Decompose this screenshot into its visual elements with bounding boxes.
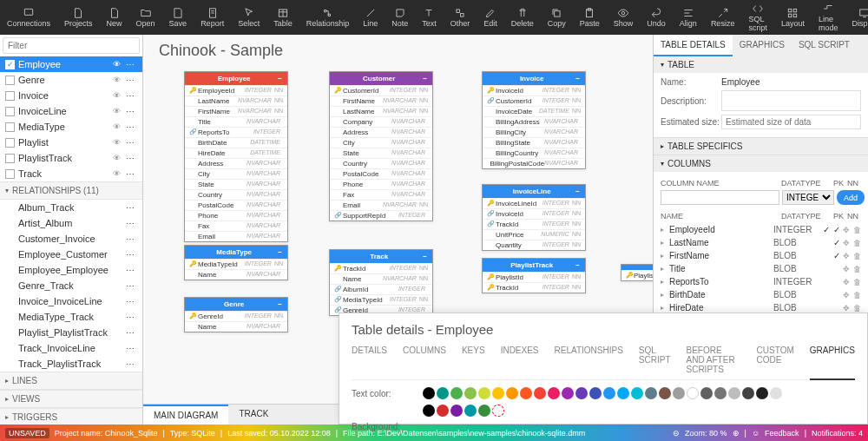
rtab-sql-script[interactable]: SQL SCRIPT (792, 35, 857, 56)
table-item-employee[interactable]: ✓Employee👁⋯ (0, 56, 142, 72)
detail-tab-custom-code[interactable]: CUSTOM CODE (757, 346, 794, 374)
minimize-icon[interactable]: − (575, 75, 580, 82)
rel-item[interactable]: Employee_Employee⋯ (0, 262, 142, 278)
table-item-playlisttrack[interactable]: PlaylistTrack👁⋯ (0, 150, 142, 166)
eye-icon[interactable]: 👁 (113, 169, 121, 178)
more-icon[interactable]: ⋯ (123, 154, 137, 163)
detail-tab-keys[interactable]: KEYS (462, 346, 485, 374)
eye-icon[interactable]: 👁 (113, 122, 121, 131)
erd-table-invoiceline[interactable]: InvoiceLine−🔑InvoiceLineIdINTEGERNN🔗Invo… (482, 184, 586, 251)
eye-icon[interactable]: 👁 (113, 154, 121, 162)
color-swatch[interactable] (575, 387, 588, 399)
detail-tab-sql-script[interactable]: SQL SCRIPT (639, 346, 671, 374)
color-swatch[interactable] (437, 387, 449, 399)
more-icon[interactable]: ⋯ (123, 76, 137, 85)
minimize-icon[interactable]: − (575, 261, 580, 269)
more-icon[interactable]: ⋯ (123, 250, 137, 260)
more-icon[interactable]: ⋯ (123, 297, 137, 306)
color-swatch[interactable] (589, 387, 602, 399)
section-lines[interactable]: ▸LINES (0, 372, 142, 390)
erd-table-genre[interactable]: Genre−🔑GenreIdINTEGERNNNameNVARCHAR (184, 297, 288, 332)
rel-item[interactable]: Track_PlaylistTrack⋯ (0, 356, 142, 372)
eye-icon[interactable]: 👁 (113, 76, 121, 84)
delete-icon[interactable]: 🗑 (852, 304, 861, 313)
rel-item[interactable]: Invoice_InvoiceLine⋯ (0, 293, 142, 309)
minimize-icon[interactable]: − (278, 248, 282, 256)
checkbox-icon[interactable] (5, 76, 15, 85)
table-button[interactable]: Table (266, 0, 299, 35)
color-swatch[interactable] (548, 387, 560, 399)
rel-item[interactable]: Customer_Invoice⋯ (0, 231, 142, 247)
move-icon[interactable]: ✥ (842, 278, 851, 286)
line-button[interactable]: Line (356, 0, 385, 35)
tab-track[interactable]: TRACK (228, 405, 279, 425)
rel-item[interactable]: MediaType_Track⋯ (0, 309, 142, 325)
eye-icon[interactable]: 👁 (113, 60, 121, 69)
save-button[interactable]: Save (162, 0, 194, 35)
color-swatch[interactable] (659, 387, 671, 399)
rel-item[interactable]: Genre_Track⋯ (0, 278, 142, 293)
delete-button[interactable]: Delete (504, 0, 541, 35)
minimize-icon[interactable]: − (575, 188, 580, 195)
more-icon[interactable]: ⋯ (123, 344, 137, 353)
section-table[interactable]: ▾TABLE (654, 56, 868, 73)
more-icon[interactable]: ⋯ (123, 60, 137, 69)
edit-button[interactable]: Edit (477, 0, 504, 35)
color-swatch[interactable] (714, 387, 727, 399)
color-swatch[interactable] (534, 387, 546, 399)
color-swatch[interactable] (464, 405, 477, 417)
open-button[interactable]: Open (129, 0, 162, 35)
minimize-icon[interactable]: − (278, 300, 282, 308)
more-icon[interactable]: ⋯ (123, 359, 137, 369)
text-button[interactable]: Text (415, 0, 444, 35)
erd-table-playlist[interactable]: 🔑Playlis (621, 264, 653, 281)
new-col-name[interactable] (661, 190, 779, 205)
rel-item[interactable]: Employee_Customer⋯ (0, 247, 142, 262)
minimize-icon[interactable]: − (423, 75, 427, 82)
column-row[interactable]: ▸BirthDateBLOB✥🗑 (661, 288, 861, 301)
color-swatch[interactable] (742, 387, 754, 399)
erd-table-track[interactable]: Track−🔑TrackIdINTEGERNNNameNVARCHARNN🔗Al… (329, 249, 433, 316)
note-button[interactable]: Note (385, 0, 415, 35)
color-swatch[interactable] (770, 387, 782, 399)
new-button[interactable]: New (100, 0, 129, 35)
undo-button[interactable]: Undo (640, 0, 673, 35)
more-icon[interactable]: ⋯ (123, 169, 137, 179)
linemode-button[interactable]: Line mode (812, 0, 845, 35)
table-item-playlist[interactable]: Playlist👁⋯ (0, 135, 142, 150)
minimize-icon[interactable]: − (423, 253, 427, 260)
new-col-type[interactable]: INTEGER (782, 190, 834, 205)
detail-tab-before-and-after-scripts[interactable]: BEFORE AND AFTER SCRIPTS (687, 346, 741, 374)
copy-button[interactable]: Copy (541, 0, 573, 35)
more-icon[interactable]: ⋯ (123, 138, 137, 148)
move-icon[interactable]: ✥ (842, 265, 851, 273)
color-swatch[interactable] (756, 387, 768, 399)
table-item-track[interactable]: Track👁⋯ (0, 166, 142, 181)
erd-table-playlisttrack[interactable]: PlaylistTrack−🔑PlaylistIdINTEGERNN🔑Track… (482, 258, 586, 293)
column-row[interactable]: ▸ReportsToINTEGER✥🗑 (661, 275, 861, 288)
detail-tab-details[interactable]: DETAILS (352, 346, 387, 374)
detail-tab-graphics[interactable]: GRAPHICS (810, 346, 855, 380)
more-icon[interactable]: ⋯ (123, 107, 137, 116)
delete-icon[interactable]: 🗑 (852, 252, 861, 260)
table-item-mediatype[interactable]: MediaType👁⋯ (0, 119, 142, 135)
section-relationships[interactable]: ▾RELATIONSHIPS (11) (0, 181, 142, 200)
checkbox-icon[interactable] (5, 122, 15, 132)
delete-icon[interactable]: 🗑 (852, 239, 861, 247)
add-column-button[interactable]: Add (837, 190, 865, 205)
desc-input[interactable] (721, 90, 861, 111)
checkbox-icon[interactable] (5, 154, 15, 163)
color-swatch[interactable] (450, 405, 463, 417)
display-button[interactable]: Display (845, 0, 868, 35)
color-swatch[interactable] (562, 387, 574, 399)
erd-table-mediatype[interactable]: MediaType−🔑MediaTypeIdINTEGERNNNameNVARC… (184, 245, 288, 280)
more-icon[interactable]: ⋯ (123, 122, 137, 132)
color-swatch[interactable] (450, 387, 463, 399)
section-views[interactable]: ▸VIEWS (0, 390, 142, 408)
column-row[interactable]: ▸TitleBLOB✥🗑 (661, 262, 861, 275)
align-button[interactable]: Align (673, 0, 704, 35)
more-icon[interactable]: ⋯ (123, 313, 137, 322)
no-color-swatch[interactable] (492, 405, 504, 417)
rel-item[interactable]: Playlist_PlaylistTrack⋯ (0, 325, 142, 340)
detail-tab-indexes[interactable]: INDEXES (501, 346, 539, 374)
